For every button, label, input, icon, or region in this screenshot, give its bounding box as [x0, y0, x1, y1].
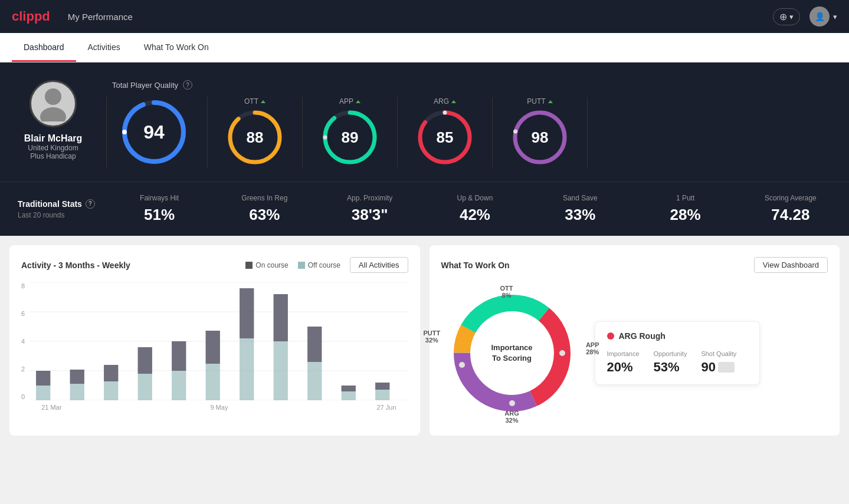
stat-fairways-value: 51% [119, 206, 200, 224]
nav-right: ⊕ ▾ 👤 ▾ [773, 6, 837, 27]
stat-1putt: 1 Putt 28% [644, 194, 726, 224]
detail-metrics: Importance 20% Opportunity 53% Shot Qual… [607, 350, 748, 375]
stat-1putt-value: 28% [644, 206, 726, 224]
player-country: United Kingdom [28, 144, 78, 152]
putt-label: PUTT [527, 97, 552, 106]
stat-gir-value: 63% [224, 206, 305, 224]
chart-xaxis: 21 Mar 9 May 27 Jun [29, 404, 408, 411]
trad-title: Traditional Stats ? [18, 199, 95, 209]
arg-label: ARG [434, 97, 456, 106]
svg-point-49 [559, 350, 565, 356]
stat-proximity-value: 38'3" [329, 206, 411, 224]
svg-point-15 [513, 130, 517, 134]
tab-dashboard[interactable]: Dashboard [12, 33, 76, 62]
opportunity-label: Opportunity [654, 350, 687, 357]
arg-donut-label: ARG32% [504, 410, 519, 424]
quality-section: Total Player Quality ? [106, 80, 831, 167]
importance-label: Importance [607, 350, 640, 357]
arg-gauge: 85 [415, 108, 474, 167]
svg-rect-25 [104, 381, 118, 400]
svg-rect-33 [240, 338, 254, 400]
detail-card: ARG Rough Importance 20% Opportunity 53%… [595, 321, 760, 385]
svg-point-9 [323, 136, 327, 140]
svg-rect-27 [138, 374, 152, 400]
svg-rect-40 [342, 386, 356, 391]
wtwo-card: What To Work On View Dashboard [430, 245, 840, 436]
putt-gauge-item: PUTT 98 [493, 97, 588, 167]
logo: clippd [12, 9, 50, 24]
user-menu-button[interactable]: 👤 ▾ [809, 6, 837, 27]
wtwo-header: What To Work On View Dashboard [441, 257, 828, 273]
trad-subtitle: Last 20 rounds [18, 211, 95, 219]
user-avatar: 👤 [809, 6, 830, 27]
quality-header: Total Player Quality ? [106, 80, 831, 90]
traditional-stats: Traditional Stats ? Last 20 rounds Fairw… [0, 182, 849, 236]
wtwo-body: ImportanceTo Scoring OTT8% APP28% ARG32%… [441, 282, 828, 424]
stat-scoring-value: 74.28 [750, 206, 831, 224]
activity-card: Activity - 3 Months - Weekly On course O… [9, 245, 420, 436]
quality-gauges: 94 OTT 88 [106, 97, 831, 167]
importance-value: 20% [607, 360, 640, 375]
donut-center: ImportanceTo Scoring [491, 342, 532, 364]
ott-label: OTT [244, 97, 265, 106]
ott-donut-label: OTT8% [500, 285, 513, 299]
svg-rect-38 [307, 327, 322, 362]
tab-activities[interactable]: Activities [76, 33, 132, 62]
add-button[interactable]: ⊕ ▾ [773, 8, 800, 25]
stat-proximity-label: App. Proximity [329, 194, 411, 202]
svg-rect-29 [172, 371, 186, 400]
player-handicap: Plus Handicap [30, 152, 76, 160]
x-label-1: 21 Mar [41, 404, 61, 411]
svg-point-1 [40, 107, 66, 121]
svg-rect-34 [240, 288, 254, 338]
svg-point-51 [459, 362, 465, 368]
x-label-3: 27 Jun [376, 404, 396, 411]
svg-rect-24 [70, 370, 84, 384]
svg-rect-26 [104, 365, 118, 381]
app-score: 89 [342, 129, 359, 147]
stat-fairways-label: Fairways Hit [119, 194, 200, 202]
svg-point-12 [443, 111, 447, 115]
arg-gauge-item: ARG 85 [398, 97, 493, 167]
metric-opportunity: Opportunity 53% [654, 350, 687, 375]
trad-help-icon[interactable]: ? [86, 199, 95, 209]
app-gauge-item: APP 89 [303, 97, 398, 167]
svg-point-0 [45, 88, 61, 105]
main-gauge-item: 94 [107, 97, 208, 167]
stat-updown-label: Up & Down [434, 194, 516, 202]
legend-off-course: Off course [298, 261, 340, 269]
stat-1putt-label: 1 Putt [644, 194, 726, 202]
svg-rect-28 [138, 347, 152, 374]
svg-rect-37 [307, 362, 322, 400]
app-donut-label: APP28% [586, 341, 599, 355]
stat-proximity: App. Proximity 38'3" [329, 194, 411, 224]
stat-sand: Sand Save 33% [539, 194, 621, 224]
activity-title: Activity - 3 Months - Weekly [21, 261, 130, 270]
x-label-2: 9 May [210, 404, 228, 411]
player-info: Blair McHarg United Kingdom Plus Handica… [18, 80, 88, 160]
arg-score: 85 [437, 129, 454, 147]
ott-score: 88 [247, 129, 264, 147]
tab-what-to-work-on[interactable]: What To Work On [132, 33, 221, 62]
svg-rect-41 [375, 390, 389, 400]
svg-rect-31 [206, 364, 220, 400]
quality-help-icon[interactable]: ? [183, 80, 192, 90]
svg-rect-39 [342, 391, 356, 400]
detail-title: ARG Rough [607, 331, 748, 341]
player-avatar [29, 80, 77, 127]
stat-gir-label: Greens In Reg [224, 194, 305, 202]
legend-on-course: On course [245, 261, 288, 269]
svg-rect-42 [375, 383, 389, 390]
stat-scoring: Scoring Average 74.28 [750, 194, 831, 224]
stat-gir: Greens In Reg 63% [224, 194, 305, 224]
quality-title: Total Player Quality [112, 81, 178, 90]
all-activities-button[interactable]: All Activities [350, 257, 408, 273]
app-label: APP [339, 97, 360, 106]
wtwo-title: What To Work On [441, 261, 510, 270]
ott-gauge-item: OTT 88 [208, 97, 303, 167]
putt-donut-label: PUTT32% [424, 330, 441, 344]
stat-scoring-label: Scoring Average [750, 194, 831, 202]
tabs-bar: Dashboard Activities What To Work On [0, 33, 849, 62]
svg-rect-22 [36, 371, 50, 386]
view-dashboard-button[interactable]: View Dashboard [754, 257, 828, 273]
